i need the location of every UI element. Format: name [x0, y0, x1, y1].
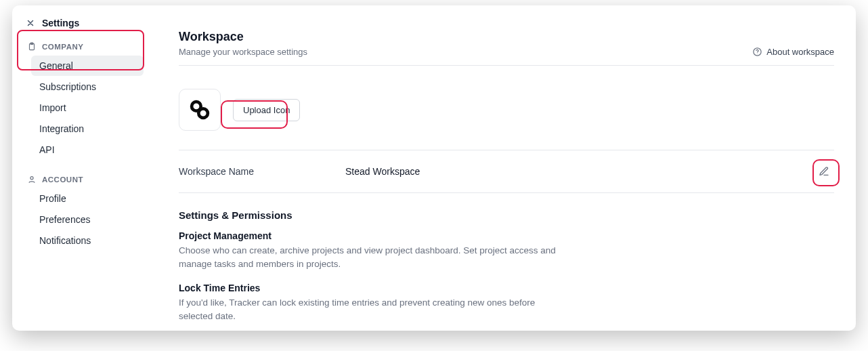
page-header: Workspace Manage your workspace settings… [179, 30, 834, 66]
svg-point-6 [198, 108, 208, 118]
setting-title: Project Management [179, 230, 558, 241]
setting-lock-time-entries: Lock Time Entries If you'd like, Tracker… [179, 283, 558, 323]
svg-point-2 [30, 177, 33, 180]
sidebar-section-account: ACCOUNT [20, 169, 148, 188]
close-icon[interactable] [26, 18, 35, 28]
section-label: COMPANY [42, 43, 83, 51]
pencil-icon [819, 166, 829, 177]
workspace-icon-row: Upload Icon [179, 66, 834, 150]
sidebar-item-preferences[interactable]: Preferences [31, 209, 144, 230]
sidebar-title: Settings [42, 18, 79, 28]
setting-desc: If you'd like, Tracker can lock existing… [179, 296, 558, 323]
sidebar-item-subscriptions[interactable]: Subscriptions [31, 77, 144, 97]
sidebar: Settings COMPANY General Subscriptions I… [12, 5, 157, 331]
about-link-text: About workspace [766, 47, 834, 57]
upload-icon-button[interactable]: Upload Icon [233, 99, 300, 121]
help-icon [752, 47, 762, 57]
user-icon [27, 175, 37, 184]
about-workspace-link[interactable]: About workspace [752, 47, 834, 57]
page-subtitle: Manage your workspace settings [179, 47, 307, 57]
sidebar-item-general[interactable]: General [31, 56, 144, 76]
sidebar-item-profile[interactable]: Profile [31, 188, 144, 209]
settings-window: Settings COMPANY General Subscriptions I… [12, 5, 856, 331]
svg-point-4 [757, 54, 758, 54]
workspace-logo [179, 89, 221, 131]
section-label: ACCOUNT [42, 176, 83, 184]
edit-workspace-name-button[interactable] [814, 161, 834, 182]
setting-project-management: Project Management Choose who can create… [179, 230, 558, 270]
workspace-name-row: Workspace Name Stead Workspace [179, 150, 834, 193]
workspace-name-label: Workspace Name [179, 166, 345, 177]
sidebar-item-integration[interactable]: Integration [31, 119, 144, 139]
sidebar-section-company: COMPANY [20, 37, 148, 56]
settings-permissions-header: Settings & Permissions [179, 209, 834, 221]
clipboard-icon [27, 42, 37, 51]
main-content: Workspace Manage your workspace settings… [157, 5, 856, 331]
sidebar-item-import[interactable]: Import [31, 98, 144, 118]
sidebar-item-notifications[interactable]: Notifications [31, 230, 144, 251]
sidebar-header: Settings [20, 15, 148, 37]
sidebar-item-api[interactable]: API [31, 140, 144, 160]
setting-desc: Choose who can create, archive projects … [179, 244, 558, 270]
setting-title: Lock Time Entries [179, 283, 558, 293]
page-title: Workspace [179, 30, 307, 44]
workspace-name-value: Stead Workspace [345, 166, 814, 177]
